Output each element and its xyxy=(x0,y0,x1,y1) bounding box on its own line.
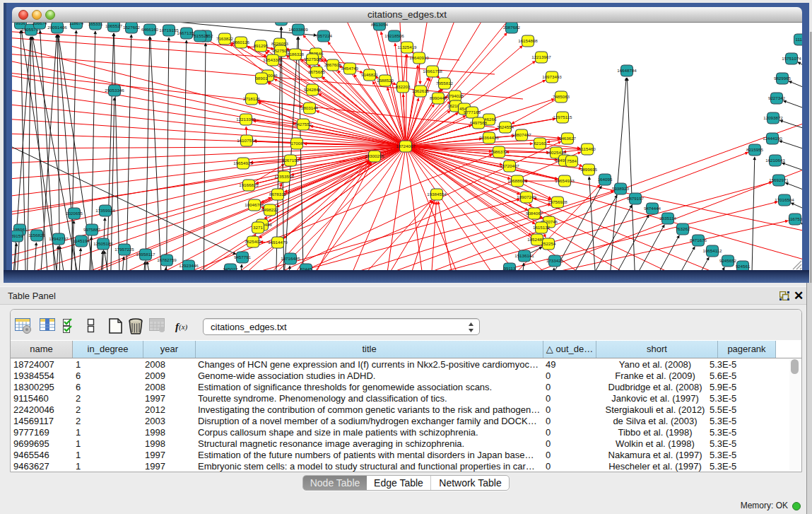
svg-text:98901: 98901 xyxy=(255,76,268,81)
svg-text:19166825: 19166825 xyxy=(239,182,259,187)
svg-text:10688609: 10688609 xyxy=(507,178,527,183)
svg-text:15136141: 15136141 xyxy=(514,253,534,258)
svg-text:10961758: 10961758 xyxy=(423,69,442,74)
svg-text:9660126: 9660126 xyxy=(233,40,250,45)
svg-text:1145194: 1145194 xyxy=(73,238,90,243)
svg-text:6497568: 6497568 xyxy=(470,120,488,125)
svg-text:3675685: 3675685 xyxy=(308,69,326,74)
svg-text:9936: 9936 xyxy=(16,23,25,25)
svg-text:82445: 82445 xyxy=(300,267,312,270)
svg-text:18724007: 18724007 xyxy=(396,144,416,148)
svg-text:10654112: 10654112 xyxy=(702,248,722,253)
svg-text:116753: 116753 xyxy=(788,216,802,221)
svg-text:945022: 945022 xyxy=(223,267,238,270)
svg-text:7515526: 7515526 xyxy=(192,33,209,38)
svg-text:9115460: 9115460 xyxy=(579,146,596,151)
svg-text:16782759: 16782759 xyxy=(157,257,177,262)
svg-text:9474444: 9474444 xyxy=(644,206,661,211)
svg-text:19654925: 19654925 xyxy=(233,160,253,165)
svg-text:10025438: 10025438 xyxy=(546,150,566,155)
svg-text:18640910: 18640910 xyxy=(409,55,429,60)
svg-text:1117: 1117 xyxy=(796,37,802,42)
svg-text:10958117: 10958117 xyxy=(136,252,155,257)
svg-text:12444190: 12444190 xyxy=(763,136,782,141)
svg-text:2020655: 2020655 xyxy=(66,211,83,216)
svg-text:17016504: 17016504 xyxy=(775,197,794,202)
svg-text:8471676: 8471676 xyxy=(690,238,707,243)
svg-text:10046766: 10046766 xyxy=(245,202,264,207)
svg-text:20091406: 20091406 xyxy=(47,25,67,30)
svg-text:9463627: 9463627 xyxy=(559,136,577,141)
svg-text:3624554: 3624554 xyxy=(497,124,514,129)
svg-text:29053346: 29053346 xyxy=(105,88,124,93)
svg-text:2087682: 2087682 xyxy=(503,25,521,30)
svg-text:6794028: 6794028 xyxy=(447,93,464,98)
svg-text:6879197: 6879197 xyxy=(627,196,645,201)
svg-text:10807487: 10807487 xyxy=(512,132,531,137)
svg-text:8678312: 8678312 xyxy=(269,192,287,197)
svg-text:16033809: 16033809 xyxy=(288,27,308,32)
svg-text:9245652: 9245652 xyxy=(719,258,737,263)
svg-text:8454749: 8454749 xyxy=(341,66,359,71)
svg-text:16154808: 16154808 xyxy=(518,38,538,43)
svg-text:7986372: 7986372 xyxy=(490,149,508,154)
svg-text:(x): (x) xyxy=(179,322,188,332)
svg-text:252254: 252254 xyxy=(541,241,556,246)
svg-text:9242848: 9242848 xyxy=(304,87,322,92)
svg-text:1527602: 1527602 xyxy=(123,25,141,30)
svg-text:12942737: 12942737 xyxy=(49,236,69,241)
svg-text:12213967: 12213967 xyxy=(531,54,551,59)
svg-text:15751074: 15751074 xyxy=(782,56,801,61)
svg-text:15720407: 15720407 xyxy=(500,163,519,168)
svg-text:5498222: 5498222 xyxy=(261,207,279,212)
svg-text:8427552: 8427552 xyxy=(295,122,312,127)
svg-text:1065527: 1065527 xyxy=(105,23,123,28)
svg-text:1615132: 1615132 xyxy=(533,225,551,230)
svg-text:11325419: 11325419 xyxy=(397,45,417,49)
svg-text:7584: 7584 xyxy=(567,158,577,163)
svg-text:16648784: 16648784 xyxy=(617,68,637,73)
svg-text:832203: 832203 xyxy=(396,84,411,89)
svg-text:16210643: 16210643 xyxy=(765,158,785,163)
svg-text:763262: 763262 xyxy=(676,226,690,231)
svg-text:9975887: 9975887 xyxy=(83,227,101,232)
svg-text:9146821: 9146821 xyxy=(361,72,379,77)
svg-text:165331: 165331 xyxy=(88,23,103,26)
svg-text:9084067: 9084067 xyxy=(526,211,543,216)
svg-text:10719155: 10719155 xyxy=(159,28,179,33)
svg-text:17008: 17008 xyxy=(290,141,303,146)
svg-text:164095: 164095 xyxy=(598,177,613,182)
svg-text:7955812: 7955812 xyxy=(436,81,454,86)
svg-text:2935114: 2935114 xyxy=(659,216,676,221)
svg-text:19218506: 19218506 xyxy=(384,33,404,38)
svg-text:12975115: 12975115 xyxy=(553,115,572,119)
svg-text:17957225: 17957225 xyxy=(114,247,134,252)
svg-text:12353594: 12353594 xyxy=(274,174,294,179)
svg-text:8813054: 8813054 xyxy=(371,23,389,27)
svg-text:118674: 118674 xyxy=(69,23,84,25)
svg-text:206674: 206674 xyxy=(33,23,47,25)
svg-text:924561: 924561 xyxy=(736,264,751,269)
svg-text:1588520: 1588520 xyxy=(377,78,394,83)
svg-text:5938923: 5938923 xyxy=(612,186,630,191)
svg-text:1733426: 1733426 xyxy=(546,258,564,263)
svg-text:18300295: 18300295 xyxy=(365,153,384,158)
svg-text:6466160: 6466160 xyxy=(141,27,159,32)
svg-text:18907249: 18907249 xyxy=(517,194,536,199)
svg-text:8215955: 8215955 xyxy=(746,147,764,152)
svg-text:10543382: 10543382 xyxy=(263,57,283,62)
svg-text:16107554: 16107554 xyxy=(237,138,257,143)
svg-text:17359924: 17359924 xyxy=(95,208,115,213)
svg-text:9777169: 9777169 xyxy=(464,110,481,115)
svg-text:8267150: 8267150 xyxy=(282,158,300,163)
svg-text:20364436: 20364436 xyxy=(479,135,499,140)
svg-text:1156829: 1156829 xyxy=(28,233,45,238)
svg-text:2867608: 2867608 xyxy=(324,62,342,67)
svg-text:7357224: 7357224 xyxy=(315,33,333,38)
svg-text:12505185: 12505185 xyxy=(93,241,113,246)
svg-text:9829965: 9829965 xyxy=(774,76,792,81)
svg-text:19384554: 19384554 xyxy=(427,192,447,197)
svg-text:19654923: 19654923 xyxy=(555,178,575,183)
svg-text:7625402: 7625402 xyxy=(245,239,262,244)
svg-text:3271: 3271 xyxy=(253,225,263,230)
